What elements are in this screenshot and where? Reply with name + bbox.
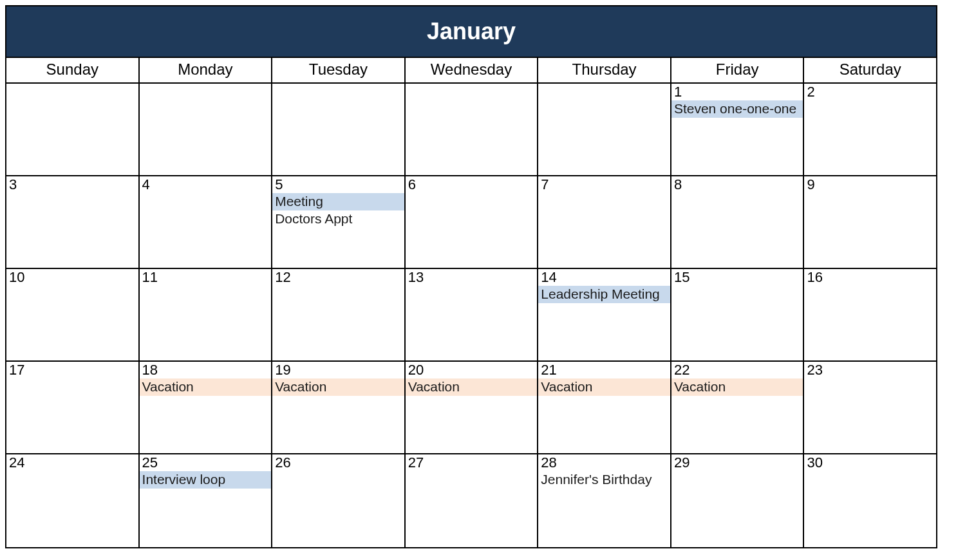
day-events: Interview loop — [140, 471, 272, 488]
day-cell[interactable] — [538, 84, 671, 175]
day-events: Vacation — [538, 378, 670, 395]
day-cell[interactable] — [272, 84, 406, 175]
day-number: 9 — [804, 176, 936, 193]
day-events: Steven one-one-one — [671, 100, 803, 117]
calendar-event[interactable]: Doctors Appt — [272, 210, 404, 227]
day-number: 6 — [406, 176, 538, 193]
calendar-event[interactable]: Interview loop — [140, 471, 272, 488]
day-events: Vacation — [272, 378, 404, 395]
day-cell[interactable]: 1Steven one-one-one — [671, 84, 805, 175]
day-cell[interactable]: 15 — [671, 269, 805, 360]
day-cell[interactable]: 17 — [6, 362, 140, 453]
day-number: 29 — [671, 454, 803, 471]
day-cell[interactable]: 30 — [804, 454, 936, 547]
day-cell[interactable]: 2 — [804, 84, 936, 175]
day-cell[interactable]: 22Vacation — [671, 362, 805, 453]
calendar-event[interactable]: Vacation — [538, 378, 670, 395]
day-cell[interactable]: 20Vacation — [406, 362, 539, 453]
day-number: 10 — [6, 269, 138, 286]
calendar-event[interactable]: Vacation — [406, 378, 538, 395]
day-number: 4 — [140, 176, 272, 193]
weeks-container: 1Steven one-one-one2345MeetingDoctors Ap… — [6, 84, 936, 547]
day-number: 13 — [406, 269, 538, 286]
day-events: Vacation — [406, 378, 538, 395]
weekday-header: Thursday — [538, 58, 671, 82]
day-cell[interactable] — [6, 84, 140, 175]
day-cell[interactable]: 26 — [272, 454, 406, 547]
day-cell[interactable]: 28Jennifer's Birthday — [538, 454, 671, 547]
day-number: 28 — [538, 454, 670, 471]
weekday-header: Friday — [671, 58, 805, 82]
day-cell[interactable]: 13 — [406, 269, 539, 360]
day-number: 27 — [406, 454, 538, 471]
day-number: 1 — [671, 84, 803, 100]
day-cell[interactable]: 14Leadership Meeting — [538, 269, 671, 360]
day-cell[interactable] — [140, 84, 273, 175]
day-cell[interactable]: 21Vacation — [538, 362, 671, 453]
day-number: 7 — [538, 176, 670, 193]
week-row: 345MeetingDoctors Appt6789 — [6, 176, 936, 269]
week-row: 1718Vacation19Vacation20Vacation21Vacati… — [6, 362, 936, 454]
day-cell[interactable]: 7 — [538, 176, 671, 268]
day-number: 8 — [671, 176, 803, 193]
day-number: 24 — [6, 454, 138, 471]
weekday-header: Tuesday — [272, 58, 406, 82]
calendar-event[interactable]: Jennifer's Birthday — [538, 471, 670, 488]
day-cell[interactable]: 11 — [140, 269, 273, 360]
day-cell[interactable]: 8 — [671, 176, 805, 268]
day-events: Vacation — [671, 378, 803, 395]
day-number: 18 — [140, 362, 272, 378]
day-number: 22 — [671, 362, 803, 378]
weekday-header: Sunday — [6, 58, 140, 82]
calendar-event[interactable]: Meeting — [272, 193, 404, 210]
weekday-header: Wednesday — [406, 58, 539, 82]
day-cell[interactable]: 19Vacation — [272, 362, 406, 453]
day-cell[interactable] — [406, 84, 539, 175]
day-cell[interactable]: 24 — [6, 454, 140, 547]
week-row: 2425Interview loop262728Jennifer's Birth… — [6, 454, 936, 547]
day-number: 3 — [6, 176, 138, 193]
day-cell[interactable]: 25Interview loop — [140, 454, 273, 547]
day-number: 16 — [804, 269, 936, 286]
day-number: 20 — [406, 362, 538, 378]
day-cell[interactable]: 3 — [6, 176, 140, 268]
day-cell[interactable]: 16 — [804, 269, 936, 360]
day-cell[interactable]: 9 — [804, 176, 936, 268]
day-number: 25 — [140, 454, 272, 471]
day-cell[interactable]: 4 — [140, 176, 273, 268]
day-number: 19 — [272, 362, 404, 378]
day-number: 11 — [140, 269, 272, 286]
day-number: 14 — [538, 269, 670, 286]
day-number: 12 — [272, 269, 404, 286]
day-number: 21 — [538, 362, 670, 378]
week-row: 1011121314Leadership Meeting1516 — [6, 269, 936, 362]
day-cell[interactable]: 23 — [804, 362, 936, 453]
calendar-event[interactable]: Vacation — [140, 378, 272, 395]
day-events: MeetingDoctors Appt — [272, 193, 404, 227]
day-cell[interactable]: 6 — [406, 176, 539, 268]
day-number: 15 — [671, 269, 803, 286]
day-cell[interactable]: 5MeetingDoctors Appt — [272, 176, 406, 268]
day-number: 30 — [804, 454, 936, 471]
day-cell[interactable]: 10 — [6, 269, 140, 360]
day-number: 5 — [272, 176, 404, 193]
calendar: January Sunday Monday Tuesday Wednesday … — [5, 5, 937, 548]
day-number: 23 — [804, 362, 936, 378]
calendar-event[interactable]: Leadership Meeting — [538, 286, 670, 303]
calendar-event[interactable]: Vacation — [671, 378, 803, 395]
weekday-header: Saturday — [804, 58, 936, 82]
weekday-header: Monday — [140, 58, 273, 82]
calendar-event[interactable]: Vacation — [272, 378, 404, 395]
month-title: January — [6, 6, 936, 58]
day-number: 17 — [6, 362, 138, 378]
day-cell[interactable]: 18Vacation — [140, 362, 273, 453]
day-number: 26 — [272, 454, 404, 471]
day-events: Vacation — [140, 378, 272, 395]
day-cell[interactable]: 29 — [671, 454, 805, 547]
day-cell[interactable]: 12 — [272, 269, 406, 360]
calendar-event[interactable]: Steven one-one-one — [671, 100, 803, 117]
day-cell[interactable]: 27 — [406, 454, 539, 547]
day-events: Jennifer's Birthday — [538, 471, 670, 488]
day-number: 2 — [804, 84, 936, 100]
day-events: Leadership Meeting — [538, 286, 670, 303]
